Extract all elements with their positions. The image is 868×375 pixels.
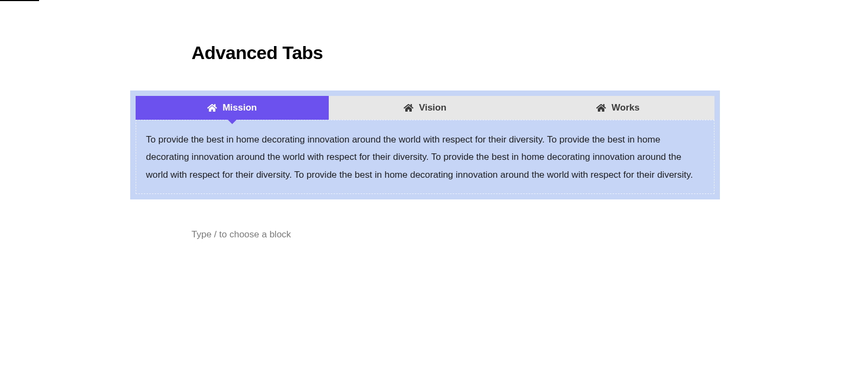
tab-header: Mission Vision Works [136, 96, 714, 120]
home-icon [596, 104, 606, 112]
tab-content-panel[interactable]: To provide the best in home decorating i… [136, 120, 714, 194]
tab-mission[interactable]: Mission [136, 96, 329, 120]
top-accent-line [0, 0, 39, 1]
tab-label: Mission [222, 102, 257, 113]
home-icon [404, 104, 413, 112]
home-icon [207, 104, 217, 112]
tabs-widget[interactable]: Mission Vision Works To provide the best… [130, 90, 720, 199]
page-title[interactable]: Advanced Tabs [192, 42, 323, 63]
tab-content-text[interactable]: To provide the best in home decorating i… [146, 131, 704, 184]
block-placeholder[interactable]: Type / to choose a block [192, 229, 291, 240]
tab-label: Vision [419, 102, 446, 113]
tab-label: Works [611, 102, 640, 113]
tab-vision[interactable]: Vision [329, 96, 522, 120]
tab-works[interactable]: Works [521, 96, 714, 120]
